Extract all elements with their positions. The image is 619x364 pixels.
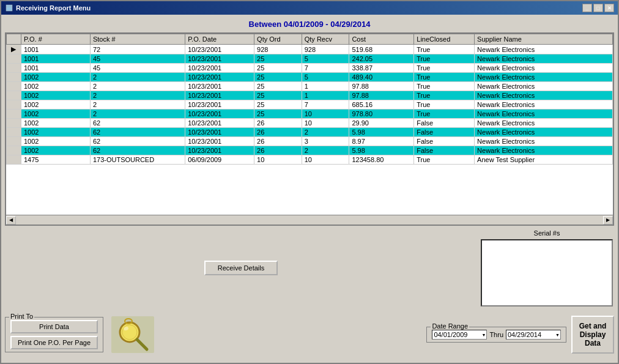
row-cell-po_num: 1002 — [21, 110, 90, 119]
row-cell-cost: 97.88 — [349, 82, 414, 91]
row-selector-cell — [7, 73, 21, 82]
row-cell-po_date: 10/23/2001 — [185, 137, 254, 146]
scroll-right-btn[interactable]: ▶ — [603, 216, 613, 225]
row-cell-stock_num: 45 — [90, 54, 185, 64]
table-row[interactable]: 1002210/23/2001255489.40TrueNewark Elect… — [7, 73, 613, 82]
print-one-po-button[interactable]: Print One P.O. Per Page — [10, 336, 98, 349]
table-row[interactable]: 1002210/23/20012510978.80TrueNewark Elec… — [7, 110, 613, 119]
row-cell-po_num: 1002 — [21, 128, 90, 137]
row-cell-qty_ord: 25 — [254, 73, 302, 82]
row-cell-qty_ord: 25 — [254, 100, 302, 110]
scroll-track[interactable] — [16, 216, 603, 225]
serial-numbers-area: Serial #s — [480, 228, 614, 308]
main-window: Receiving Report Menu _ □ ✕ Between 04/0… — [0, 0, 619, 364]
row-cell-cost: 338.87 — [349, 64, 414, 73]
horizontal-scrollbar[interactable]: ◀ ▶ — [6, 215, 613, 225]
table-row[interactable]: 10026210/23/2001261029.90FalseNewark Ele… — [7, 119, 613, 128]
row-cell-cost: 685.16 — [349, 100, 414, 110]
row-cell-qty_ord: 26 — [254, 128, 302, 137]
row-cell-po_num: 1002 — [21, 73, 90, 82]
col-cost: Cost — [349, 34, 414, 45]
receive-details-area: Receive Details — [5, 228, 477, 308]
row-cell-qty_recv: 7 — [302, 100, 349, 110]
row-cell-stock_num: 2 — [90, 100, 185, 110]
print-group: Print To Print Data Print One P.O. Per P… — [5, 317, 103, 352]
receive-details-button[interactable]: Receive Details — [204, 261, 278, 275]
row-cell-po_num: 1002 — [21, 146, 90, 155]
date-range-header: Between 04/01/2009 - 04/29/2014 — [5, 18, 614, 30]
row-cell-stock_num: 45 — [90, 64, 185, 73]
row-cell-stock_num: 62 — [90, 128, 185, 137]
middle-section: Receive Details Serial #s — [5, 228, 614, 308]
row-cell-qty_recv: 928 — [302, 45, 349, 54]
table-row[interactable]: 10014510/23/2001257338.87TrueNewark Elec… — [7, 64, 613, 73]
row-cell-line_closed: True — [414, 155, 475, 165]
row-cell-stock_num: 62 — [90, 146, 185, 155]
thru-label: Thru — [489, 331, 503, 338]
table-row[interactable]: 10014510/23/2001255242.05TrueNewark Elec… — [7, 54, 613, 64]
row-cell-qty_recv: 1 — [302, 82, 349, 91]
get-display-data-button[interactable]: Get and Display Data — [571, 316, 614, 354]
maximize-button[interactable]: □ — [593, 4, 603, 12]
row-selector-cell — [7, 110, 21, 119]
row-cell-qty_recv: 10 — [302, 119, 349, 128]
row-cell-cost: 519.68 — [349, 45, 414, 54]
row-cell-qty_ord: 25 — [254, 110, 302, 119]
row-selector-cell: ▶ — [7, 45, 21, 54]
print-data-button[interactable]: Print Data — [10, 320, 98, 333]
title-bar: Receiving Report Menu _ □ ✕ — [1, 1, 618, 15]
col-qty-recv: Qty Recv — [302, 34, 349, 45]
row-cell-line_closed: True — [414, 91, 475, 100]
row-cell-cost: 29.90 — [349, 119, 414, 128]
table-row[interactable]: 1002210/23/200125197.88TrueNewark Electr… — [7, 91, 613, 100]
scroll-left-btn[interactable]: ◀ — [6, 216, 16, 225]
row-cell-po_num: 1002 — [21, 119, 90, 128]
serial-numbers-label: Serial #s — [480, 228, 614, 238]
table-row[interactable]: 10026210/23/20012625.98FalseNewark Elect… — [7, 128, 613, 137]
row-cell-po_date: 10/23/2001 — [185, 91, 254, 100]
row-cell-qty_recv: 10 — [302, 155, 349, 165]
window-icon — [5, 4, 13, 12]
table-row[interactable]: 10026210/23/20012638.97FalseNewark Elect… — [7, 137, 613, 146]
row-cell-qty_recv: 5 — [302, 54, 349, 64]
date-from-select[interactable]: 04/01/2009 03/01/2009 02/01/2009 — [432, 330, 487, 340]
close-button[interactable]: ✕ — [604, 4, 614, 12]
print-group-label: Print To — [9, 313, 34, 320]
table-row[interactable]: 1002210/23/2001257685.16TrueNewark Elect… — [7, 100, 613, 110]
data-table-section: P.O. # Stock # P.O. Date Qty Ord Qty Rec… — [5, 32, 614, 226]
row-selector-cell — [7, 137, 21, 146]
row-cell-supplier_name: Newark Electronics — [475, 146, 613, 155]
col-supplier: Supplier Name — [475, 34, 613, 45]
row-selector-cell — [7, 128, 21, 137]
row-cell-qty_recv: 5 — [302, 73, 349, 82]
row-selector-cell — [7, 119, 21, 128]
row-selector-cell — [7, 155, 21, 165]
date-from-wrapper: 04/01/2009 03/01/2009 02/01/2009 — [432, 330, 487, 340]
row-cell-qty_recv: 1 — [302, 91, 349, 100]
row-cell-po_date: 10/23/2001 — [185, 54, 254, 64]
row-cell-qty_recv: 2 — [302, 128, 349, 137]
table-row[interactable]: 10026210/23/20012625.98FalseNewark Elect… — [7, 146, 613, 155]
table-container[interactable]: P.O. # Stock # P.O. Date Qty Ord Qty Rec… — [6, 34, 613, 215]
row-cell-po_num: 1002 — [21, 137, 90, 146]
col-selector — [7, 34, 21, 45]
table-row[interactable]: 1475173-OUTSOURCED06/09/20091010123458.8… — [7, 155, 613, 165]
minimize-button[interactable]: _ — [582, 4, 592, 12]
row-selector-cell — [7, 146, 21, 155]
row-cell-stock_num: 173-OUTSOURCED — [90, 155, 185, 165]
date-to-select[interactable]: 04/29/2014 03/31/2014 12/31/2013 — [506, 330, 561, 340]
col-line-closed: LineClosed — [414, 34, 475, 45]
table-row[interactable]: ▶10017210/23/2001928928519.68TrueNewark … — [7, 45, 613, 54]
row-cell-supplier_name: Newark Electronics — [475, 110, 613, 119]
table-row[interactable]: 1002210/23/200125197.88TrueNewark Electr… — [7, 82, 613, 91]
col-stock-num: Stock # — [90, 34, 185, 45]
row-cell-supplier_name: Newark Electronics — [475, 45, 613, 54]
serial-numbers-box[interactable] — [481, 239, 613, 306]
svg-rect-0 — [6, 5, 12, 11]
row-cell-supplier_name: Newark Electronics — [475, 100, 613, 110]
row-cell-qty_ord: 10 — [254, 155, 302, 165]
row-selector-cell — [7, 82, 21, 91]
row-cell-po_num: 1002 — [21, 82, 90, 91]
row-cell-po_date: 10/23/2001 — [185, 128, 254, 137]
row-cell-line_closed: False — [414, 137, 475, 146]
